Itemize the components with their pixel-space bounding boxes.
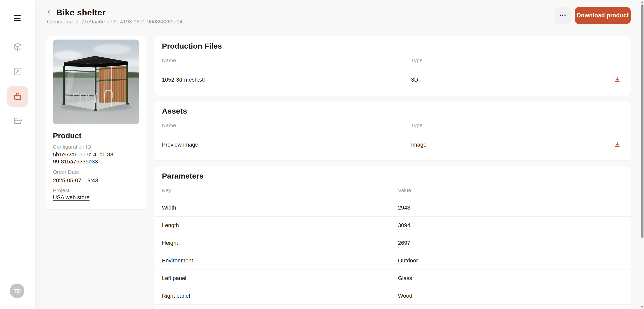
column-header-name: Name <box>162 122 411 129</box>
chevron-right-icon <box>76 19 79 24</box>
sidebar-item-publish[interactable] <box>7 61 28 82</box>
page-title: Bike shelter <box>56 8 106 17</box>
breadcrumb-current: 71e9aa6e-d731-4193-9871-90d858269a14 <box>81 19 183 25</box>
order-date-label: Order Date <box>53 169 141 175</box>
asset-name: Preview image <box>162 142 411 148</box>
scrollbar-down-arrow[interactable] <box>641 306 643 308</box>
sidebar-item-files[interactable] <box>7 111 28 132</box>
column-header-type: Type <box>411 122 623 129</box>
parameters-header: Key Value <box>162 187 623 194</box>
param-key: Width <box>162 204 398 211</box>
sidebar-nav <box>0 37 35 135</box>
production-files-title: Production Files <box>162 42 623 51</box>
param-value: Outdoor <box>398 257 418 264</box>
param-key: Length <box>162 222 398 229</box>
breadcrumb: Commerce 71e9aa6e-d731-4193-9871-90d8582… <box>47 19 182 25</box>
configuration-id-value: 5b1e62a6-517c-41c1-8399-815a75335e33 <box>53 151 115 165</box>
breadcrumb-parent[interactable]: Commerce <box>47 19 73 25</box>
assets-title: Assets <box>162 107 623 116</box>
sidebar-item-products[interactable] <box>7 37 28 58</box>
production-files-panel: Production Files Name Type 1052-3d-mesh.… <box>154 36 631 96</box>
parameters-panel: Parameters Key Value Width 2948 Length 3… <box>154 166 631 309</box>
param-key: Height <box>162 240 398 246</box>
param-value: 2697 <box>398 240 410 246</box>
table-row: Environment Outdoor <box>154 252 631 269</box>
param-value: Wood <box>398 293 412 299</box>
table-row: Left panel Glass <box>154 269 631 287</box>
product-preview-image <box>53 40 139 124</box>
download-file-button[interactable] <box>613 76 621 84</box>
column-header-key: Key <box>162 187 398 194</box>
param-key: Right panel <box>162 293 398 299</box>
file-name: 1052-3d-mesh.stl <box>162 77 411 83</box>
table-row: Right panel Wood <box>154 287 631 305</box>
download-icon <box>614 76 621 84</box>
column-header-value: Value <box>398 187 623 194</box>
asset-type: Image <box>411 142 426 148</box>
param-key: Left panel <box>162 275 398 282</box>
shopping-bag-icon <box>13 91 22 102</box>
download-product-button[interactable]: Download product <box>575 7 631 24</box>
production-files-header: Name Type <box>162 57 623 64</box>
download-icon <box>614 141 621 149</box>
param-key: Environment <box>162 257 398 264</box>
product-card-title: Product <box>53 131 141 140</box>
more-actions-button[interactable]: ... <box>555 7 571 24</box>
external-link-icon <box>13 67 22 77</box>
configuration-id-label: Configuration ID <box>53 144 141 150</box>
column-header-type: Type <box>411 57 623 64</box>
product-card: Product Configuration ID 5b1e62a6-517c-4… <box>46 36 147 209</box>
order-date-value: 2025-05-07, 19:43 <box>53 177 141 184</box>
page-scrollbar <box>641 0 644 309</box>
param-value: 2948 <box>398 204 410 211</box>
folder-icon <box>13 116 22 127</box>
column-header-name: Name <box>162 57 411 64</box>
file-type: 3D <box>411 77 418 83</box>
param-value: Glass <box>398 275 412 282</box>
user-avatar[interactable]: TD <box>10 284 24 298</box>
sidebar: TD <box>0 0 35 309</box>
project-link[interactable]: USA web store <box>53 194 90 201</box>
table-row: Width 2948 <box>154 199 631 217</box>
hamburger-menu-icon[interactable] <box>14 15 21 21</box>
table-row: Height 2697 <box>154 234 631 252</box>
assets-panel: Assets Name Type Preview image Image <box>154 101 631 160</box>
param-value: 3094 <box>398 222 410 229</box>
ellipsis-icon: ... <box>559 10 567 17</box>
sidebar-item-commerce[interactable] <box>7 86 28 107</box>
cube-icon <box>13 42 22 53</box>
chevron-left-icon <box>47 9 51 16</box>
back-button[interactable] <box>45 9 53 17</box>
parameters-title: Parameters <box>162 171 623 181</box>
table-row: Preview image Image <box>162 134 623 156</box>
header-actions: ... Download product <box>555 7 631 24</box>
project-label: Project <box>53 187 141 194</box>
scrollbar-up-arrow[interactable] <box>641 1 643 3</box>
table-row: Length 3094 <box>154 217 631 234</box>
table-row: 1052-3d-mesh.stl 3D <box>162 69 623 91</box>
app-window: TD Bike shelter Commerce 71e9aa6e-d731-4… <box>0 0 644 309</box>
download-asset-button[interactable] <box>613 141 621 149</box>
assets-header: Name Type <box>162 122 623 129</box>
scrollbar-thumb[interactable] <box>641 4 643 238</box>
